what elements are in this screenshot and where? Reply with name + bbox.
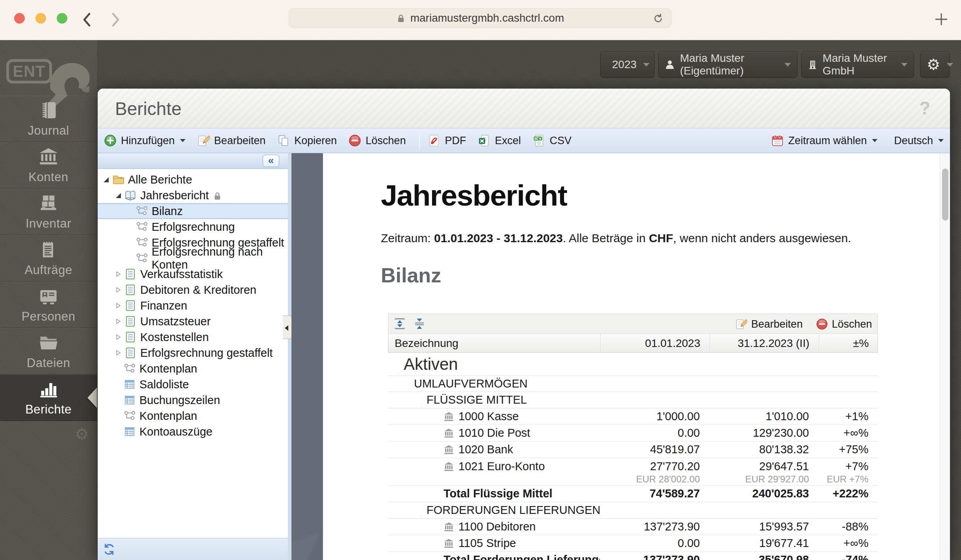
toolbar-csv-button[interactable]: CSV: [532, 134, 571, 147]
reports-tree-panel: « Alle BerichteJahresberichtBilanzErfolg…: [98, 153, 291, 560]
value-cell: 240'025.83: [709, 487, 818, 500]
expander-open-icon[interactable]: [102, 177, 110, 182]
tree-item-kostenstellen[interactable]: Kostenstellen: [98, 329, 288, 345]
tree-item-buchungszeilen[interactable]: Buchungszeilen: [98, 392, 288, 408]
value: 80'138.32: [709, 443, 809, 456]
sidebar-item-inventar[interactable]: Inventar: [0, 189, 97, 235]
calendar-red-icon: [771, 134, 784, 147]
expander-open-icon[interactable]: [114, 193, 122, 198]
collapse-all-icon[interactable]: [413, 317, 426, 330]
label-cell: 1021 Euro-Konto: [388, 458, 600, 473]
table-row[interactable]: 1105 Stripe0.0019'677.41+∞%: [388, 535, 878, 552]
expander-closed-icon[interactable]: [114, 318, 122, 325]
tree-item-label: Kostenstellen: [140, 331, 209, 344]
browser-forward-button[interactable]: [106, 10, 124, 29]
table-row[interactable]: 1010 Die Post0.00129'230.00+∞%: [388, 425, 878, 441]
table-row[interactable]: 1021 Euro-Konto27'770.20EUR 28'002.0029'…: [388, 458, 878, 486]
tree-item-verkaufsstatistik[interactable]: Verkaufsstatistik: [98, 266, 288, 282]
toolbar-add-button[interactable]: Hinzufügen: [104, 134, 186, 147]
vertical-scrollbar[interactable]: [940, 153, 950, 560]
table-row[interactable]: Total Forderungen Lieferungen, Leis...13…: [388, 552, 878, 560]
sidebar-item-dateien[interactable]: Dateien: [0, 328, 97, 375]
table-row[interactable]: FORDERUNGEN LIEFERUNGEN, LEISTUN...: [388, 502, 878, 519]
table-row[interactable]: FLÜSSIGE MITTEL: [388, 392, 878, 408]
tree-item-jahresbericht[interactable]: Jahresbericht: [98, 187, 288, 203]
tree-item-erfolgsrechnung[interactable]: Erfolgsrechnung: [98, 219, 288, 235]
minimize-window-button[interactable]: [35, 13, 46, 24]
scrollbar-thumb[interactable]: [942, 169, 948, 221]
toolbar-button-label: Hinzufügen: [121, 135, 175, 147]
tree-item-debitoren-kreditoren[interactable]: Debitoren & Kreditoren: [98, 282, 288, 298]
topbar-company-button[interactable]: Maria Muster GmbH: [801, 51, 914, 78]
expander-open-icon[interactable]: [417, 504, 422, 517]
close-window-button[interactable]: [14, 13, 25, 24]
topbar-user-button[interactable]: Maria Muster (Eigentümer): [658, 51, 798, 78]
toolbar-language-button[interactable]: Deutsch: [894, 135, 944, 147]
tree-item-finanzen[interactable]: Finanzen: [98, 298, 288, 313]
value-cell: -88%: [818, 520, 878, 533]
tree-item-bilanz[interactable]: Bilanz: [98, 203, 288, 219]
expander-closed-icon[interactable]: [114, 287, 122, 293]
value-cell: 0.00: [600, 426, 709, 439]
column-header[interactable]: ±%: [819, 334, 878, 353]
column-header[interactable]: Bezeichnung: [388, 334, 600, 353]
tree-item-alle-berichte[interactable]: Alle Berichte: [98, 172, 288, 187]
table-row[interactable]: 1100 Debitoren137'273.9015'993.57-88%: [388, 519, 878, 535]
reload-icon[interactable]: [652, 13, 664, 24]
traffic-lights: [14, 13, 67, 24]
table-row[interactable]: 1020 Bank45'819.0780'138.32+75%: [388, 441, 878, 458]
expand-all-icon[interactable]: [393, 317, 406, 330]
zoom-window-button[interactable]: [57, 13, 67, 24]
new-tab-button[interactable]: [933, 11, 950, 28]
tree-item-kontenplan-2[interactable]: Kontenplan: [98, 408, 288, 424]
table-icon: [124, 378, 135, 390]
panel-splitter-handle[interactable]: [283, 315, 292, 339]
toolbar-edit-button[interactable]: Bearbeiten: [197, 134, 266, 147]
bank-small-icon: [443, 461, 454, 472]
expander-open-icon[interactable]: [404, 377, 410, 390]
expander-closed-icon[interactable]: [114, 302, 122, 309]
collapse-panel-button[interactable]: «: [263, 155, 279, 167]
toolbar-pdf-button[interactable]: PDF: [428, 134, 466, 147]
toolbar-delete-button[interactable]: Löschen: [349, 134, 406, 147]
tree-item-kontoauszuege[interactable]: Kontoauszüge: [98, 424, 288, 439]
expander-open-icon[interactable]: [392, 355, 398, 374]
account-label: 1021 Euro-Konto: [458, 460, 545, 473]
table-row[interactable]: 1000 Kasse1'000.001'010.00+1%: [388, 408, 878, 425]
sidebar-item-personen[interactable]: Personen: [0, 282, 97, 328]
browser-back-button[interactable]: [78, 10, 97, 29]
toolbar-copy-button[interactable]: Kopieren: [277, 134, 337, 147]
sidebar-item-konten[interactable]: Konten: [0, 142, 97, 189]
sidebar-item-journal[interactable]: Journal: [0, 96, 97, 142]
expander-closed-icon[interactable]: [114, 334, 122, 340]
help-button[interactable]: ?: [919, 97, 930, 119]
column-header[interactable]: 31.12.2023 (II): [710, 334, 819, 353]
sidebar-gear-icon[interactable]: ⚙: [73, 425, 91, 443]
value-cell: 29'647.51EUR 29'927.00: [709, 458, 818, 485]
table-row[interactable]: Aktiven: [388, 353, 878, 376]
expander-closed-icon[interactable]: [114, 350, 122, 356]
sidebar-item-auftraege[interactable]: Aufträge: [0, 235, 97, 282]
refresh-icon[interactable]: [102, 543, 116, 556]
table-row[interactable]: UMLAUFVERMÖGEN: [388, 376, 878, 392]
tree-item-saldoliste[interactable]: Saldoliste: [98, 376, 288, 392]
table-row[interactable]: Total Flüssige Mittel74'589.27240'025.83…: [388, 486, 878, 502]
topbar-fiscal-year-button[interactable]: 2023: [600, 51, 655, 78]
group-label: Aktiven: [404, 355, 458, 374]
tree-item-kontenplan[interactable]: Kontenplan: [98, 361, 288, 376]
table-edit-button[interactable]: Bearbeiten: [735, 318, 803, 330]
toolbar-period-button[interactable]: Zeitraum wählen: [771, 134, 878, 147]
address-bar[interactable]: mariamustergmbh.cashctrl.com: [289, 8, 672, 28]
tree-item-erfolgsrechnung-gestaffelt-2[interactable]: Erfolgsrechnung gestaffelt: [98, 345, 288, 361]
label-cell: 1020 Bank: [388, 443, 600, 456]
expander-closed-icon[interactable]: [114, 271, 122, 277]
tree-item-umsatzsteuer[interactable]: Umsatzsteuer: [98, 313, 288, 329]
toolbar-excel-button[interactable]: Excel: [478, 134, 521, 147]
topbar-settings-button[interactable]: ⚙: [920, 51, 950, 78]
expander-open-icon[interactable]: [417, 393, 422, 406]
sidebar-item-berichte[interactable]: Berichte: [0, 375, 97, 421]
column-header[interactable]: 01.01.2023: [600, 334, 710, 353]
table-delete-button[interactable]: Löschen: [816, 318, 872, 330]
tree-item-erfolgsrechnung-nach-konten[interactable]: Erfolgsrechnung nach Konten: [98, 250, 288, 266]
report-period: Zeitraum: 01.01.2023 - 31.12.2023. Alle …: [381, 232, 851, 245]
